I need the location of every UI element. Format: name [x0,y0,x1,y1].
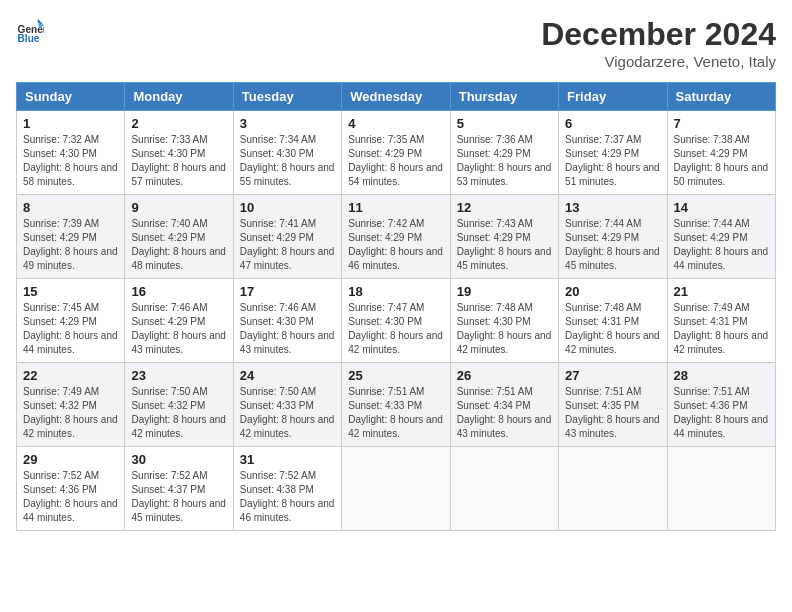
calendar-cell: 26Sunrise: 7:51 AMSunset: 4:34 PMDayligh… [450,363,558,447]
logo: General Blue [16,16,44,44]
day-number: 9 [131,200,226,215]
col-header-friday: Friday [559,83,667,111]
day-number: 14 [674,200,769,215]
day-number: 23 [131,368,226,383]
day-info: Sunrise: 7:46 AMSunset: 4:30 PMDaylight:… [240,301,335,357]
calendar-cell: 16Sunrise: 7:46 AMSunset: 4:29 PMDayligh… [125,279,233,363]
svg-text:Blue: Blue [18,33,40,44]
calendar-cell: 10Sunrise: 7:41 AMSunset: 4:29 PMDayligh… [233,195,341,279]
day-number: 25 [348,368,443,383]
day-number: 4 [348,116,443,131]
calendar-cell [559,447,667,531]
col-header-sunday: Sunday [17,83,125,111]
calendar-week-row: 22Sunrise: 7:49 AMSunset: 4:32 PMDayligh… [17,363,776,447]
day-info: Sunrise: 7:48 AMSunset: 4:31 PMDaylight:… [565,301,660,357]
calendar-cell: 25Sunrise: 7:51 AMSunset: 4:33 PMDayligh… [342,363,450,447]
day-number: 3 [240,116,335,131]
calendar-cell: 9Sunrise: 7:40 AMSunset: 4:29 PMDaylight… [125,195,233,279]
day-number: 30 [131,452,226,467]
calendar-cell: 5Sunrise: 7:36 AMSunset: 4:29 PMDaylight… [450,111,558,195]
day-info: Sunrise: 7:42 AMSunset: 4:29 PMDaylight:… [348,217,443,273]
calendar-cell: 18Sunrise: 7:47 AMSunset: 4:30 PMDayligh… [342,279,450,363]
calendar-week-row: 1Sunrise: 7:32 AMSunset: 4:30 PMDaylight… [17,111,776,195]
logo-icon: General Blue [16,16,44,44]
calendar-cell: 23Sunrise: 7:50 AMSunset: 4:32 PMDayligh… [125,363,233,447]
day-info: Sunrise: 7:46 AMSunset: 4:29 PMDaylight:… [131,301,226,357]
day-info: Sunrise: 7:52 AMSunset: 4:37 PMDaylight:… [131,469,226,525]
page-subtitle: Vigodarzere, Veneto, Italy [541,53,776,70]
day-info: Sunrise: 7:52 AMSunset: 4:38 PMDaylight:… [240,469,335,525]
day-info: Sunrise: 7:50 AMSunset: 4:32 PMDaylight:… [131,385,226,441]
page-header: General Blue December 2024 Vigodarzere, … [16,16,776,70]
day-info: Sunrise: 7:50 AMSunset: 4:33 PMDaylight:… [240,385,335,441]
col-header-saturday: Saturday [667,83,775,111]
page-title: December 2024 [541,16,776,53]
day-number: 27 [565,368,660,383]
title-block: December 2024 Vigodarzere, Veneto, Italy [541,16,776,70]
calendar-cell: 29Sunrise: 7:52 AMSunset: 4:36 PMDayligh… [17,447,125,531]
day-info: Sunrise: 7:44 AMSunset: 4:29 PMDaylight:… [565,217,660,273]
day-number: 15 [23,284,118,299]
calendar-cell: 20Sunrise: 7:48 AMSunset: 4:31 PMDayligh… [559,279,667,363]
calendar-cell: 27Sunrise: 7:51 AMSunset: 4:35 PMDayligh… [559,363,667,447]
day-info: Sunrise: 7:44 AMSunset: 4:29 PMDaylight:… [674,217,769,273]
day-info: Sunrise: 7:43 AMSunset: 4:29 PMDaylight:… [457,217,552,273]
day-number: 8 [23,200,118,215]
calendar-week-row: 29Sunrise: 7:52 AMSunset: 4:36 PMDayligh… [17,447,776,531]
day-info: Sunrise: 7:51 AMSunset: 4:33 PMDaylight:… [348,385,443,441]
calendar-cell [667,447,775,531]
day-info: Sunrise: 7:39 AMSunset: 4:29 PMDaylight:… [23,217,118,273]
day-info: Sunrise: 7:49 AMSunset: 4:31 PMDaylight:… [674,301,769,357]
day-number: 6 [565,116,660,131]
calendar-header-row: SundayMondayTuesdayWednesdayThursdayFrid… [17,83,776,111]
calendar-cell: 1Sunrise: 7:32 AMSunset: 4:30 PMDaylight… [17,111,125,195]
calendar-cell: 2Sunrise: 7:33 AMSunset: 4:30 PMDaylight… [125,111,233,195]
col-header-thursday: Thursday [450,83,558,111]
calendar-cell: 3Sunrise: 7:34 AMSunset: 4:30 PMDaylight… [233,111,341,195]
calendar-cell: 13Sunrise: 7:44 AMSunset: 4:29 PMDayligh… [559,195,667,279]
calendar-cell: 24Sunrise: 7:50 AMSunset: 4:33 PMDayligh… [233,363,341,447]
day-number: 7 [674,116,769,131]
day-info: Sunrise: 7:45 AMSunset: 4:29 PMDaylight:… [23,301,118,357]
calendar-cell: 7Sunrise: 7:38 AMSunset: 4:29 PMDaylight… [667,111,775,195]
col-header-tuesday: Tuesday [233,83,341,111]
calendar-cell: 11Sunrise: 7:42 AMSunset: 4:29 PMDayligh… [342,195,450,279]
day-info: Sunrise: 7:33 AMSunset: 4:30 PMDaylight:… [131,133,226,189]
day-number: 13 [565,200,660,215]
calendar-cell: 8Sunrise: 7:39 AMSunset: 4:29 PMDaylight… [17,195,125,279]
day-number: 10 [240,200,335,215]
day-info: Sunrise: 7:51 AMSunset: 4:36 PMDaylight:… [674,385,769,441]
day-number: 17 [240,284,335,299]
calendar-cell: 19Sunrise: 7:48 AMSunset: 4:30 PMDayligh… [450,279,558,363]
day-number: 24 [240,368,335,383]
calendar-cell: 21Sunrise: 7:49 AMSunset: 4:31 PMDayligh… [667,279,775,363]
day-info: Sunrise: 7:47 AMSunset: 4:30 PMDaylight:… [348,301,443,357]
day-number: 5 [457,116,552,131]
day-info: Sunrise: 7:34 AMSunset: 4:30 PMDaylight:… [240,133,335,189]
calendar-week-row: 8Sunrise: 7:39 AMSunset: 4:29 PMDaylight… [17,195,776,279]
day-number: 1 [23,116,118,131]
calendar-cell: 17Sunrise: 7:46 AMSunset: 4:30 PMDayligh… [233,279,341,363]
day-info: Sunrise: 7:40 AMSunset: 4:29 PMDaylight:… [131,217,226,273]
day-info: Sunrise: 7:32 AMSunset: 4:30 PMDaylight:… [23,133,118,189]
calendar-cell: 15Sunrise: 7:45 AMSunset: 4:29 PMDayligh… [17,279,125,363]
day-number: 28 [674,368,769,383]
calendar-cell: 30Sunrise: 7:52 AMSunset: 4:37 PMDayligh… [125,447,233,531]
day-number: 26 [457,368,552,383]
day-number: 12 [457,200,552,215]
calendar-cell: 28Sunrise: 7:51 AMSunset: 4:36 PMDayligh… [667,363,775,447]
day-info: Sunrise: 7:36 AMSunset: 4:29 PMDaylight:… [457,133,552,189]
day-number: 31 [240,452,335,467]
day-info: Sunrise: 7:35 AMSunset: 4:29 PMDaylight:… [348,133,443,189]
day-info: Sunrise: 7:49 AMSunset: 4:32 PMDaylight:… [23,385,118,441]
calendar-cell: 6Sunrise: 7:37 AMSunset: 4:29 PMDaylight… [559,111,667,195]
day-number: 18 [348,284,443,299]
calendar-cell: 31Sunrise: 7:52 AMSunset: 4:38 PMDayligh… [233,447,341,531]
day-info: Sunrise: 7:37 AMSunset: 4:29 PMDaylight:… [565,133,660,189]
day-info: Sunrise: 7:38 AMSunset: 4:29 PMDaylight:… [674,133,769,189]
day-info: Sunrise: 7:41 AMSunset: 4:29 PMDaylight:… [240,217,335,273]
calendar-cell [342,447,450,531]
col-header-monday: Monday [125,83,233,111]
day-info: Sunrise: 7:52 AMSunset: 4:36 PMDaylight:… [23,469,118,525]
calendar-table: SundayMondayTuesdayWednesdayThursdayFrid… [16,82,776,531]
